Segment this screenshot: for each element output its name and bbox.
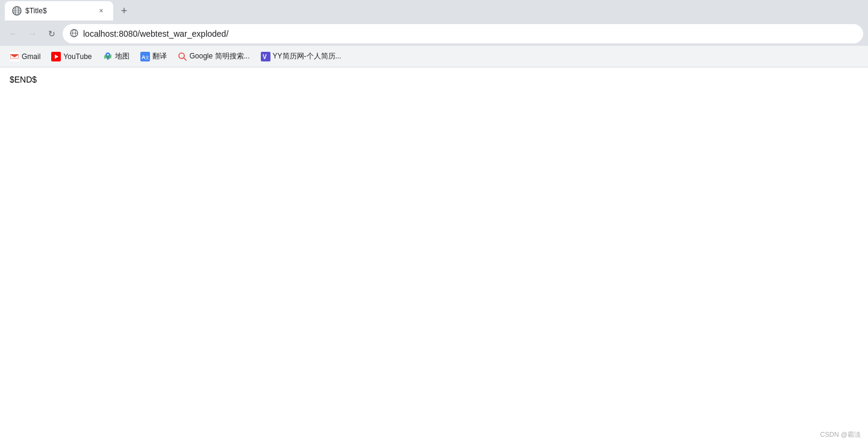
svg-line-17 (184, 58, 186, 60)
bookmarks-bar: Gmail YouTube 地图 (0, 46, 868, 67)
tab-close-button[interactable]: × (96, 6, 106, 16)
new-tab-button[interactable]: + (116, 2, 133, 19)
address-text: localhost:8080/webtest_war_exploded/ (83, 29, 856, 39)
watermark: CSDN @霸淡 (820, 430, 861, 439)
tab-title: $Title$ (25, 7, 93, 15)
address-security-icon (70, 29, 78, 39)
tab-favicon-icon (12, 6, 22, 16)
bookmark-yy-label: YY简历网-个人简历... (273, 51, 342, 61)
bookmark-yy[interactable]: V YY简历网-个人简历... (256, 49, 346, 64)
svg-text:V: V (263, 54, 267, 60)
forward-button[interactable]: → (24, 25, 41, 42)
google-search-icon (178, 52, 187, 61)
bookmark-gmail-label: Gmail (22, 52, 40, 61)
reload-button[interactable]: ↻ (43, 25, 60, 42)
yy-icon: V (261, 52, 270, 61)
tab-bar: $Title$ × + (0, 0, 868, 22)
bookmark-google-search[interactable]: Google 简明搜索... (173, 49, 255, 64)
maps-icon (103, 52, 113, 61)
bookmark-google-search-label: Google 简明搜索... (190, 51, 250, 61)
bookmark-maps-label: 地图 (115, 51, 130, 61)
translate-icon: A 文 (140, 52, 150, 61)
youtube-icon (51, 52, 61, 61)
back-button[interactable]: ← (5, 25, 22, 42)
bookmark-maps[interactable]: 地图 (98, 49, 134, 64)
bookmark-youtube[interactable]: YouTube (46, 49, 96, 64)
bookmark-translate-label: 翻译 (152, 51, 167, 61)
page-content: $END$ (0, 67, 868, 444)
bookmark-gmail[interactable]: Gmail (5, 49, 45, 64)
gmail-icon (10, 52, 19, 61)
browser-chrome: $Title$ × + ← → ↻ localhost:8080/ (0, 0, 868, 67)
page-body-text: $END$ (10, 75, 858, 84)
bookmark-translate[interactable]: A 文 翻译 (136, 49, 172, 64)
bookmark-youtube-label: YouTube (63, 52, 92, 61)
address-bar-row: ← → ↻ localhost:8080/webtest_war_explode… (0, 22, 868, 46)
address-bar[interactable]: localhost:8080/webtest_war_exploded/ (63, 24, 863, 43)
browser-tab[interactable]: $Title$ × (5, 1, 113, 20)
svg-text:文: 文 (145, 55, 149, 60)
